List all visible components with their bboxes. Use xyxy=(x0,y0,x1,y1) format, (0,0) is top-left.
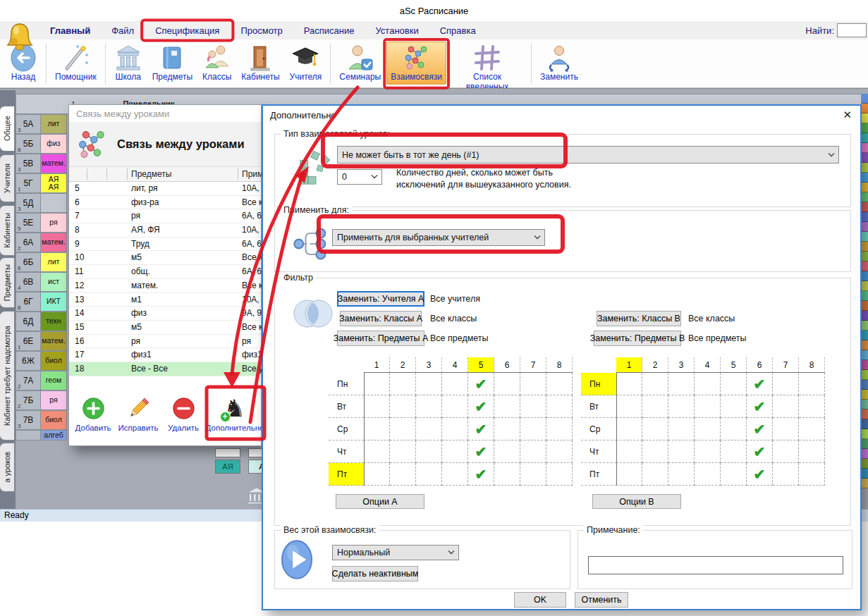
advanced-link-button[interactable]: ♞+Дополнительно xyxy=(212,394,257,432)
grid-b-cell-Вт-2[interactable] xyxy=(642,395,668,418)
grid-b-column-header-5[interactable]: 5 xyxy=(721,357,747,373)
class-cell[interactable]: 5Б8 xyxy=(16,134,41,154)
grid-a-cell-Ср-6[interactable] xyxy=(494,418,520,441)
grid-a-cell-Чт-4[interactable] xyxy=(442,441,468,463)
class-cell[interactable]: 6Е1 xyxy=(16,331,41,351)
note-input[interactable] xyxy=(588,556,843,574)
menu-item-3[interactable]: Просмотр xyxy=(230,22,293,39)
grid-b-cell-Ср-7[interactable] xyxy=(773,418,799,441)
grid-b-cell-Чт-5[interactable] xyxy=(721,441,747,463)
grid-a-day-label-Пт[interactable]: Пт xyxy=(329,463,364,486)
grid-a-cell-Пн-5[interactable]: ✔ xyxy=(468,373,494,395)
link-list-row[interactable]: 17физ1физ1 xyxy=(69,348,261,362)
grid-a-cell-Вт-5[interactable]: ✔ xyxy=(468,395,494,418)
grid-b-cell-Ср-2[interactable] xyxy=(642,418,668,441)
link-list-row[interactable]: 13м110А, xyxy=(69,293,261,307)
lesson-cell[interactable]: алгеб xyxy=(41,430,67,441)
grid-b-cell-Пн-7[interactable] xyxy=(773,373,799,395)
column-subjects[interactable]: Предметы xyxy=(131,169,171,179)
grid-a-cell-Чт-2[interactable] xyxy=(390,441,416,463)
grid-a-column-header-4[interactable]: 4 xyxy=(442,357,468,373)
toolbar-button-7[interactable]: Кабинеты xyxy=(237,42,283,85)
menu-item-1[interactable]: Файл xyxy=(101,22,145,39)
grid-a-day-label-Пн[interactable]: Пн xyxy=(329,373,364,395)
grid-b-cell-Пн-3[interactable] xyxy=(668,373,695,395)
toolbar-button-4[interactable]: Школа xyxy=(110,42,147,85)
edit-link-button[interactable]: Исправить xyxy=(116,394,161,432)
link-list-row[interactable]: 8АЯ, ФЯ10А, xyxy=(69,223,261,238)
grid-b-day-label-Пн[interactable]: Пн xyxy=(581,373,616,395)
lesson-cell[interactable]: ря xyxy=(41,390,67,410)
apply-for-select[interactable]: Применить для выбранных учителей xyxy=(332,229,545,246)
grid-b-cell-Пт-1[interactable] xyxy=(616,463,642,486)
grid-b-cell-Ср-8[interactable] xyxy=(799,418,825,441)
lesson-cell[interactable]: матем. xyxy=(41,154,67,173)
grid-a-cell-Вт-1[interactable] xyxy=(364,395,390,418)
grid-a-cell-Вт-6[interactable] xyxy=(494,395,520,418)
grid-b-column-header-7[interactable]: 7 xyxy=(773,357,799,373)
menu-item-4[interactable]: Расписание xyxy=(293,22,365,39)
class-cell[interactable]: 5Д3 xyxy=(16,193,41,213)
class-cell[interactable]: 5В3 xyxy=(16,154,41,173)
grid-a-cell-Вт-3[interactable] xyxy=(416,395,442,418)
side-tab-2[interactable]: Кабинеты xyxy=(0,205,15,256)
grid-b-cell-Пт-5[interactable] xyxy=(721,463,747,486)
grid-a-cell-Ср-2[interactable] xyxy=(390,418,416,441)
grid-b-day-label-Чт[interactable]: Чт xyxy=(581,441,616,463)
grid-b-cell-Чт-1[interactable] xyxy=(616,441,642,463)
grid-a-column-header-8[interactable]: 8 xyxy=(546,357,573,373)
grid-b-cell-Пт-3[interactable] xyxy=(668,463,695,486)
grid-a-cell-Пт-1[interactable] xyxy=(364,463,390,486)
link-list-row[interactable]: 7ря6А, 6 xyxy=(69,209,261,223)
grid-a-cell-Ср-4[interactable] xyxy=(442,418,468,441)
grid-b-cell-Вт-5[interactable] xyxy=(721,395,747,418)
class-cell[interactable]: 6Г8 xyxy=(16,292,41,312)
lesson-cell[interactable]: ИКТ xyxy=(41,292,67,312)
replace-a-button-1[interactable]: Заменить: Классы А xyxy=(340,311,422,326)
grid-a-column-header-5[interactable]: 5 xyxy=(468,357,494,373)
class-cell[interactable]: 6Б6 xyxy=(16,252,41,272)
make-inactive-button[interactable]: Сделать неактивным xyxy=(332,566,418,581)
replace-b-button-1[interactable]: Заменить: Предметы B xyxy=(594,331,681,346)
grid-b-cell-Чт-4[interactable] xyxy=(695,441,721,463)
link-list-row[interactable]: 11общ.6А, 6 xyxy=(69,265,261,279)
delete-link-button[interactable]: Удалить xyxy=(161,394,206,432)
grid-a-day-label-Чт[interactable]: Чт xyxy=(329,441,364,463)
toolbar-button-8[interactable]: Учителя xyxy=(286,42,326,85)
lesson-cell[interactable]: физ xyxy=(41,134,67,154)
ok-button[interactable]: OK xyxy=(514,592,566,608)
grid-b-column-header-3[interactable]: 3 xyxy=(668,357,695,373)
grid-b-day-label-Вт[interactable]: Вт xyxy=(581,395,616,418)
grid-a-column-header-1[interactable]: 1 xyxy=(364,357,390,373)
grid-a-cell-Пт-3[interactable] xyxy=(416,463,442,486)
grid-a-cell-Чт-7[interactable] xyxy=(520,441,546,463)
class-cell[interactable]: 5А3 xyxy=(16,114,41,134)
replace-b-button-0[interactable]: Заменить: Классы B xyxy=(597,311,681,326)
grid-a-column-header-2[interactable]: 2 xyxy=(390,357,416,373)
grid-a-cell-Ср-3[interactable] xyxy=(416,418,442,441)
grid-a-cell-Пн-3[interactable] xyxy=(416,373,442,395)
lesson-cell[interactable]: лит xyxy=(41,252,67,272)
grid-b-column-header-2[interactable]: 2 xyxy=(642,357,668,373)
grid-b-cell-Пт-8[interactable] xyxy=(799,463,825,486)
grid-b-day-label-Ср[interactable]: Ср xyxy=(581,418,616,441)
menu-item-5[interactable]: Установки xyxy=(365,22,429,39)
link-list-row[interactable]: 12матем.Все к xyxy=(69,279,261,293)
grid-a-cell-Пт-7[interactable] xyxy=(520,463,546,486)
grid-a-cell-Ср-1[interactable] xyxy=(364,418,390,441)
link-list-row[interactable]: 10м5Все к xyxy=(69,251,261,265)
link-list-row[interactable]: 14физ9А, 9 xyxy=(69,307,261,321)
grid-a-cell-Пн-8[interactable] xyxy=(546,373,573,395)
grid-a-cell-Пн-7[interactable] xyxy=(520,373,546,395)
side-tab-3[interactable]: Предметы xyxy=(0,257,15,308)
grid-b-cell-Ср-6[interactable]: ✔ xyxy=(747,418,773,441)
add-link-button[interactable]: Добавить xyxy=(71,394,116,432)
grid-a-cell-Ср-8[interactable] xyxy=(546,418,573,441)
grid-a-cell-Чт-5[interactable]: ✔ xyxy=(468,441,494,463)
grid-b-cell-Пн-6[interactable]: ✔ xyxy=(747,373,773,395)
grid-b-cell-Вт-4[interactable] xyxy=(695,395,721,418)
app-logo-bell-icon[interactable] xyxy=(6,21,34,52)
grid-a-cell-Пн-6[interactable] xyxy=(494,373,520,395)
link-list-row[interactable]: 9Труд6А, 6 xyxy=(69,238,261,252)
class-cell[interactable]: 5Г1 xyxy=(16,173,41,193)
